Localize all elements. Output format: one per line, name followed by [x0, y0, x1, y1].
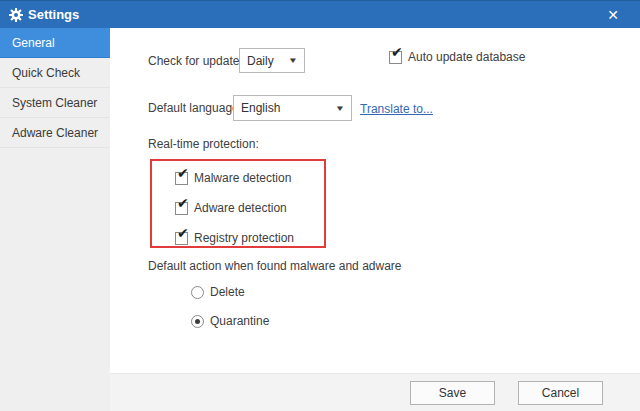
settings-window: Settings ✕ General Quick Check System Cl…	[0, 0, 640, 411]
registry-protection-checkbox[interactable]: ✔ Registry protection	[175, 231, 294, 245]
default-language-label: Default language:	[148, 101, 242, 115]
chevron-down-icon: ▼	[335, 104, 345, 113]
language-value: English	[241, 101, 280, 115]
check-for-updates-label: Check for updates:	[148, 54, 249, 68]
default-action-label: Default action when found malware and ad…	[148, 259, 402, 273]
registry-protection-label: Registry protection	[194, 231, 294, 245]
delete-label: Delete	[210, 285, 245, 299]
save-button[interactable]: Save	[410, 381, 495, 405]
translate-to-link[interactable]: Translate to...	[360, 102, 433, 116]
sidebar-item-quick-check[interactable]: Quick Check	[0, 58, 110, 88]
cancel-button[interactable]: Cancel	[518, 381, 603, 405]
malware-detection-label: Malware detection	[194, 171, 291, 185]
red-highlight-box: ✔ Malware detection ✔ Adware detection ✔…	[150, 159, 326, 248]
check-icon: ✔	[177, 196, 189, 210]
quarantine-label: Quarantine	[210, 314, 269, 328]
radio-circle	[191, 286, 204, 299]
checkbox-box: ✔	[389, 51, 402, 64]
radio-dot-icon	[195, 319, 200, 324]
sidebar-item-label: General	[12, 36, 55, 50]
window-title: Settings	[28, 7, 79, 22]
sidebar-item-label: System Cleaner	[12, 96, 97, 110]
gear-icon	[9, 8, 23, 22]
auto-update-checkbox[interactable]: ✔ Auto update database	[389, 50, 525, 64]
sidebar-item-label: Adware Cleaner	[12, 126, 98, 140]
sidebar: General Quick Check System Cleaner Adwar…	[0, 28, 110, 411]
sidebar-item-adware-cleaner[interactable]: Adware Cleaner	[0, 118, 110, 148]
language-dropdown[interactable]: English ▼	[233, 95, 352, 121]
title-bar: Settings ✕	[0, 0, 640, 28]
checkbox-box: ✔	[175, 232, 188, 245]
sidebar-item-label: Quick Check	[12, 66, 80, 80]
update-frequency-value: Daily	[247, 54, 274, 68]
adware-detection-checkbox[interactable]: ✔ Adware detection	[175, 201, 287, 215]
general-settings-panel: Check for updates: Daily ▼ ✔ Auto update…	[110, 28, 640, 411]
sidebar-item-general[interactable]: General	[0, 28, 110, 58]
auto-update-label: Auto update database	[408, 50, 525, 64]
footer-bar: Save Cancel	[110, 373, 640, 411]
check-icon: ✔	[177, 226, 189, 240]
check-icon: ✔	[391, 45, 403, 59]
chevron-down-icon: ▼	[288, 56, 298, 65]
checkbox-box: ✔	[175, 172, 188, 185]
quarantine-radio[interactable]: Quarantine	[191, 314, 269, 328]
sidebar-item-system-cleaner[interactable]: System Cleaner	[0, 88, 110, 118]
malware-detection-checkbox[interactable]: ✔ Malware detection	[175, 171, 291, 185]
adware-detection-label: Adware detection	[194, 201, 287, 215]
update-frequency-dropdown[interactable]: Daily ▼	[239, 48, 305, 73]
realtime-protection-label: Real-time protection:	[148, 137, 259, 151]
close-icon[interactable]: ✕	[598, 1, 628, 29]
check-icon: ✔	[177, 166, 189, 180]
checkbox-box: ✔	[175, 202, 188, 215]
delete-radio[interactable]: Delete	[191, 285, 245, 299]
radio-circle	[191, 315, 204, 328]
